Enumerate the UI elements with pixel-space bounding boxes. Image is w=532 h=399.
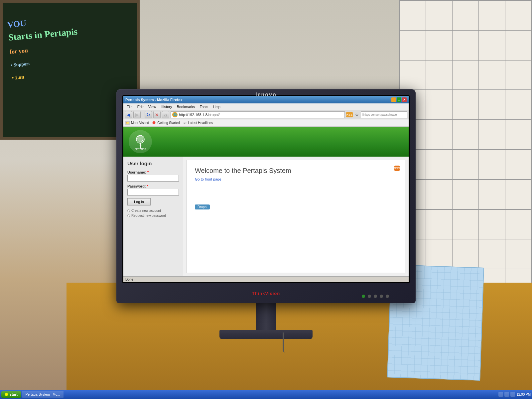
password-required: * — [147, 184, 148, 188]
star-icon[interactable]: ☆ — [354, 112, 359, 117]
username-input[interactable] — [127, 175, 179, 182]
menu-file[interactable]: File — [125, 104, 135, 109]
tray-icon-3 — [510, 392, 515, 397]
tile — [479, 120, 505, 149]
tile — [479, 61, 505, 90]
tile — [400, 1, 426, 30]
radio-dot-request — [127, 214, 130, 217]
stop-button[interactable]: ✕ — [153, 111, 161, 118]
status-bar: Done — [123, 276, 409, 282]
address-bar[interactable]: 🌐 http://192.168.1.8/drupal/ — [171, 111, 345, 118]
tile — [505, 210, 531, 239]
maximize-button[interactable]: □ — [397, 97, 401, 102]
monitor-cable — [283, 332, 296, 352]
site-header: PERTAPIS — [123, 127, 409, 157]
title-bar: Pertapis System - Mozilla Firefox _ □ ✕ — [123, 96, 409, 103]
tile — [453, 210, 478, 239]
thinkvision-label: ThinkVision — [252, 291, 280, 296]
tile — [400, 31, 426, 60]
tile — [505, 31, 531, 60]
tile — [505, 120, 531, 149]
monitor-power-btn[interactable] — [362, 295, 365, 298]
bookmark-headlines-icon: 📰 — [183, 121, 187, 125]
taskbar-firefox[interactable]: Pertapis System - Mo... — [22, 391, 64, 398]
screen-bezel: Pertapis System - Mozilla Firefox _ □ ✕ … — [122, 95, 410, 283]
site-icon: 🌐 — [172, 112, 178, 117]
reload-button[interactable]: ↻ — [145, 111, 152, 118]
monitor-btn-2[interactable] — [368, 295, 371, 298]
minimize-button[interactable]: _ — [391, 97, 396, 102]
search-bar-text: linkys convert passphrase — [362, 113, 397, 116]
monitor-neck — [256, 303, 276, 330]
tile — [453, 31, 478, 60]
tray-icon-1 — [498, 392, 503, 397]
bookmark-latest-headlines[interactable]: 📰 Latest Headlines — [183, 121, 213, 125]
status-text: Done — [125, 278, 133, 281]
tile — [505, 61, 531, 90]
browser-title: Pertapis System - Mozilla Firefox — [125, 98, 183, 102]
bookmarks-bar: 📁 Most Visited 🔴 Getting Started 📰 Lates… — [123, 119, 409, 127]
tile — [479, 90, 505, 119]
bookmark-getting-started-icon: 🔴 — [152, 121, 156, 125]
tile — [479, 1, 505, 30]
back-button[interactable]: ◀ — [125, 111, 132, 118]
username-required: * — [147, 170, 149, 174]
create-account-link[interactable]: Create new account — [127, 209, 179, 212]
clock: 12:00 PM — [516, 393, 531, 396]
menu-edit[interactable]: Edit — [135, 104, 146, 109]
username-label: Username: * — [127, 170, 179, 174]
menu-tools[interactable]: Tools — [198, 104, 210, 109]
tile — [453, 150, 478, 179]
menu-view[interactable]: View — [146, 104, 158, 109]
radio-dot-create — [127, 209, 130, 212]
window-controls: _ □ ✕ — [391, 97, 407, 102]
site-logo: PERTAPIS — [129, 130, 152, 153]
tile — [505, 90, 531, 119]
bookmark-getting-started[interactable]: 🔴 Getting Started — [152, 121, 180, 125]
taskbar-firefox-label: Pertapis System - Mo... — [26, 393, 60, 396]
monitor-btn-4[interactable] — [380, 295, 383, 298]
request-password-link[interactable]: Request new password — [127, 214, 179, 217]
menu-help[interactable]: Help — [211, 104, 222, 109]
start-button[interactable]: ⊞ start — [1, 391, 21, 398]
taskbar: ⊞ start Pertapis System - Mo... 12:00 PM — [0, 390, 532, 399]
tray-icon-2 — [504, 392, 509, 397]
monitor: lenovo ThinkVision Pertapis System - Moz… — [116, 89, 416, 339]
tile — [426, 180, 452, 209]
chalkboard-text: VOU Starts in Pertapis for you • Support… — [0, 0, 140, 90]
svg-text:PERTAPIS: PERTAPIS — [135, 148, 146, 150]
front-page-link[interactable]: Go to front page — [195, 177, 221, 181]
tile — [453, 239, 478, 269]
tile — [426, 61, 452, 90]
system-tray: 12:00 PM — [498, 392, 531, 397]
forward-button[interactable]: ▶ — [133, 111, 141, 118]
rss-nav-icon[interactable]: RSS — [346, 112, 353, 117]
bookmark-most-visited[interactable]: 📁 Most Visited — [125, 121, 149, 125]
close-button[interactable]: ✕ — [402, 97, 407, 102]
monitor-btn-5[interactable] — [386, 295, 389, 298]
address-text: http://192.168.1.8/drupal/ — [179, 113, 219, 117]
menu-history[interactable]: History — [159, 104, 174, 109]
page-content: PERTAPIS User login Username: — [123, 127, 409, 282]
firefox-browser: Pertapis System - Mozilla Firefox _ □ ✕ … — [123, 96, 409, 282]
rss-icon: RSS — [394, 166, 400, 171]
monitor-btn-3[interactable] — [374, 295, 377, 298]
bookmark-latest-headlines-label: Latest Headlines — [188, 121, 213, 125]
bookmark-most-visited-label: Most Visited — [131, 121, 149, 125]
windows-logo-icon: ⊞ — [5, 392, 8, 397]
tile — [453, 90, 478, 119]
home-button[interactable]: ⌂ — [162, 111, 169, 118]
login-button[interactable]: Log in — [127, 198, 151, 205]
password-input[interactable] — [127, 189, 179, 196]
tile — [479, 150, 505, 179]
tiles-grid — [399, 0, 532, 299]
svg-point-1 — [138, 135, 143, 142]
search-bar[interactable]: linkys convert passphrase — [361, 111, 407, 118]
tile — [426, 239, 452, 269]
left-sidebar: User login Username: * Password: * — [123, 157, 183, 276]
monitor-base — [219, 330, 313, 339]
monitor-outer: lenovo ThinkVision Pertapis System - Moz… — [116, 89, 416, 303]
wall-tiles — [399, 0, 532, 299]
menu-bookmarks[interactable]: Bookmarks — [175, 104, 197, 109]
password-label: Password: * — [127, 184, 179, 188]
